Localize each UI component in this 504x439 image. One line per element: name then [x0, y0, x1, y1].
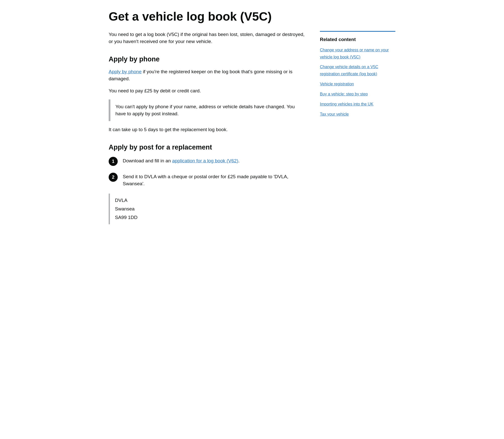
callout-text: You can't apply by phone if your name, a…: [115, 103, 300, 117]
step1-text: Download and fill in an application for …: [123, 156, 240, 164]
related-link-1[interactable]: Change your address or name on your vehi…: [320, 48, 389, 59]
list-item: Importing vehicles into the UK: [320, 100, 395, 107]
related-links-list: Change your address or name on your vehi…: [320, 46, 395, 118]
list-item: Change your address or name on your vehi…: [320, 46, 395, 60]
list-item: Tax your vehicle: [320, 111, 395, 118]
address-line1: DVLA: [115, 198, 128, 203]
section2-heading: Apply by post for a replacement: [109, 143, 305, 151]
list-item: Buy a vehicle: step by step: [320, 90, 395, 97]
main-content: You need to get a log book (V5C) if the …: [109, 31, 305, 230]
main-layout: You need to get a log book (V5C) if the …: [109, 31, 395, 230]
callout-box: You can't apply by phone if your name, a…: [109, 99, 305, 121]
page-container: Get a vehicle log book (V5C) You need to…: [101, 0, 403, 239]
related-link-5[interactable]: Importing vehicles into the UK: [320, 102, 373, 106]
section1-heading: Apply by phone: [109, 55, 305, 63]
related-link-4[interactable]: Buy a vehicle: step by step: [320, 92, 368, 96]
list-item: Vehicle registration: [320, 80, 395, 87]
step1-prefix: Download and fill in an: [123, 158, 172, 163]
step-number-1: 1: [109, 157, 118, 166]
list-item: 1 Download and fill in an application fo…: [109, 156, 305, 166]
step-number-2: 2: [109, 173, 118, 182]
numbered-list: 1 Download and fill in an application fo…: [109, 156, 305, 187]
address-line3: SA99 1DD: [115, 215, 138, 220]
related-link-3[interactable]: Vehicle registration: [320, 82, 354, 86]
page-title: Get a vehicle log book (V5C): [109, 10, 395, 23]
section1-para2: You need to pay £25 by debit or credit c…: [109, 87, 305, 94]
related-content-heading: Related content: [320, 37, 395, 43]
section1-para3: It can take up to 5 days to get the repl…: [109, 126, 305, 133]
step1-suffix: .: [238, 158, 239, 163]
related-link-2[interactable]: Change vehicle details on a V5C registra…: [320, 65, 378, 76]
apply-by-phone-link[interactable]: Apply by phone: [109, 69, 142, 74]
section1-para1: Apply by phone if you're the registered …: [109, 68, 305, 82]
address-line2: Swansea: [115, 206, 135, 211]
address-block: DVLA Swansea SA99 1DD: [109, 194, 305, 225]
sidebar: Related content Change your address or n…: [320, 31, 395, 121]
list-item: Change vehicle details on a V5C registra…: [320, 63, 395, 77]
step2-text: Send it to DVLA with a cheque or postal …: [123, 172, 305, 187]
intro-text: You need to get a log book (V5C) if the …: [109, 31, 305, 45]
v62-application-link[interactable]: application for a log book (V62): [172, 158, 238, 163]
list-item: 2 Send it to DVLA with a cheque or posta…: [109, 172, 305, 187]
related-link-6[interactable]: Tax your vehicle: [320, 112, 349, 116]
related-content: Related content Change your address or n…: [320, 31, 395, 118]
